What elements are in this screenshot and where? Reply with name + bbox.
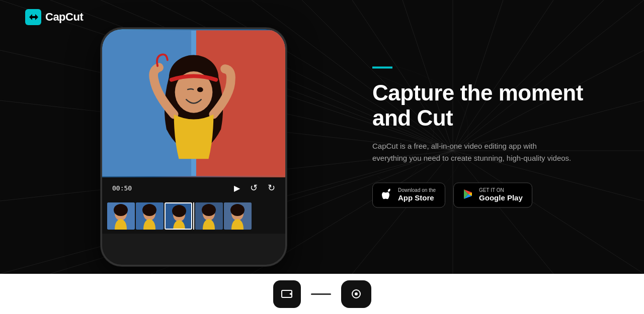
girl-image xyxy=(102,29,285,177)
app-store-large-label: App Store xyxy=(398,194,436,202)
main-heading: Capture the moment and Cut xyxy=(372,80,604,131)
app-store-text: Download on the App Store xyxy=(398,188,436,202)
content-section: Capture the moment and Cut CapCut is a f… xyxy=(372,66,604,207)
google-play-button[interactable]: GET IT ON Google Play xyxy=(453,182,532,207)
apple-icon xyxy=(382,188,393,202)
google-play-large-label: Google Play xyxy=(479,194,523,202)
svg-point-39 xyxy=(114,204,128,216)
playback-controls: ▶ ↺ ↻ xyxy=(234,182,275,193)
bottom-icon-1 xyxy=(273,280,301,308)
store-buttons-container: Download on the App Store GET IT ON xyxy=(372,182,604,207)
timeline-cursor xyxy=(193,202,194,230)
svg-point-45 xyxy=(172,205,186,217)
svg-point-42 xyxy=(142,204,156,216)
play-button[interactable]: ▶ xyxy=(234,183,240,193)
bottom-icon-2 xyxy=(341,280,371,308)
bottom-divider xyxy=(311,293,331,295)
hero-section: CapCut xyxy=(0,0,644,274)
bottom-icons-row xyxy=(273,280,371,308)
video-timestamp: 00:50 xyxy=(112,184,132,192)
google-play-text: GET IT ON Google Play xyxy=(479,188,523,202)
film-frame-5 xyxy=(224,202,252,230)
phone-inner: 00:50 ▶ ↺ ↻ xyxy=(102,29,285,265)
google-play-icon xyxy=(463,188,474,201)
phone-frame: 00:50 ▶ ↺ ↻ xyxy=(101,28,287,266)
google-play-small-label: GET IT ON xyxy=(479,188,523,193)
phone-controls-bar: 00:50 ▶ ↺ ↻ xyxy=(102,177,285,198)
film-frame-1 xyxy=(107,202,135,230)
description-text: CapCut is a free, all-in-one video editi… xyxy=(372,140,574,164)
svg-point-48 xyxy=(202,204,216,216)
app-store-button[interactable]: Download on the App Store xyxy=(372,182,445,207)
filmstrip-timeline[interactable] xyxy=(102,198,285,234)
capcut-logo-icon xyxy=(25,9,41,25)
film-frame-3 xyxy=(165,202,192,230)
app-store-small-label: Download on the xyxy=(398,188,436,193)
svg-point-51 xyxy=(230,204,245,216)
phone-mockup: 00:50 ▶ ↺ ↻ xyxy=(101,28,292,269)
navbar: CapCut xyxy=(0,0,644,34)
accent-bar xyxy=(372,66,392,68)
logo[interactable]: CapCut xyxy=(25,9,83,25)
forward-button[interactable]: ↻ xyxy=(268,182,275,193)
film-frame-4 xyxy=(195,202,223,230)
logo-text: CapCut xyxy=(45,11,83,24)
film-frame-2 xyxy=(136,202,164,230)
video-preview xyxy=(102,29,285,177)
rewind-button[interactable]: ↺ xyxy=(250,182,258,193)
svg-point-36 xyxy=(197,87,203,92)
svg-point-54 xyxy=(355,292,358,295)
bottom-section xyxy=(0,274,644,314)
